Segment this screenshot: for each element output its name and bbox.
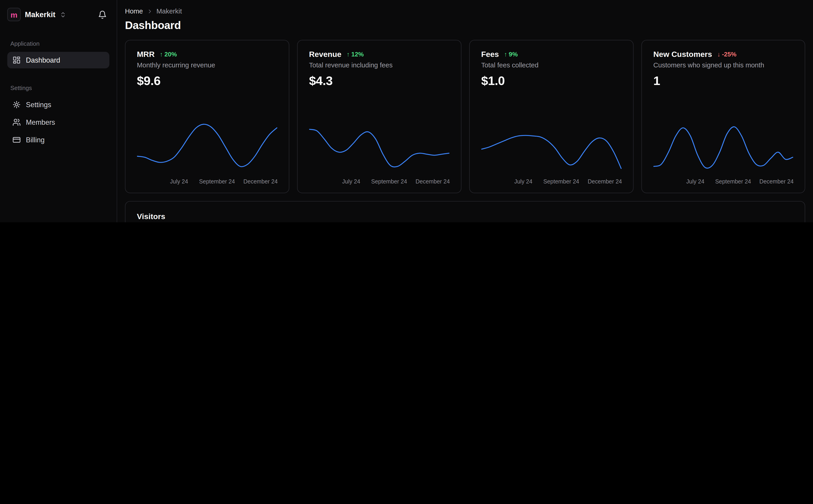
x-axis: July 24 September 24 December 24 [137,178,278,186]
section-label-settings: Settings [10,85,106,91]
x-tick: December 24 [243,178,278,184]
trend-badge: ↑ 12% [347,50,364,58]
sidebar-item-billing[interactable]: Billing [7,132,109,148]
x-tick: December 24 [588,178,622,184]
trend-value: 9% [509,50,518,58]
section-label-application: Application [10,40,106,47]
app-root: m Makerkit Application Dashboard Setting… [0,0,813,222]
trend-value: 20% [164,50,177,58]
x-tick: September 24 [199,178,235,184]
visitors-card: Visitors Showing total visitors for the … [125,201,805,222]
trend-up-icon: ↑ [160,50,163,58]
main-content: Home Makerkit Dashboard MRR ↑ 20% Monthl… [117,0,813,222]
breadcrumb: Home Makerkit [125,7,805,15]
x-tick: September 24 [715,178,751,184]
stat-subtitle: Monthly recurring revenue [137,61,278,69]
trend-value: 12% [351,50,364,58]
x-tick: September 24 [543,178,579,184]
fees-sparkline-chart [481,118,622,176]
trend-badge: ↓ -25% [717,50,736,58]
stat-value: $9.6 [137,74,278,88]
trend-value: -25% [722,50,737,58]
trend-badge: ↑ 20% [160,50,177,58]
sidebar-item-label: Members [26,118,55,126]
bell-icon [98,10,106,19]
x-axis: July 24 September 24 December 24 [654,178,793,186]
revenue-sparkline-chart [309,118,449,176]
chevron-right-icon [146,8,153,14]
sidebar: m Makerkit Application Dashboard Setting… [0,0,117,222]
notifications-button[interactable] [95,7,109,22]
x-tick: July 24 [342,178,360,184]
breadcrumb-current: Makerkit [156,7,182,15]
stat-subtitle: Total fees collected [481,61,622,69]
sidebar-item-label: Dashboard [26,56,60,64]
stat-value: 1 [654,74,793,88]
visitors-title: Visitors [137,212,793,221]
makerkit-logo: m [7,8,21,21]
stat-subtitle: Total revenue including fees [309,61,449,69]
x-axis: July 24 September 24 December 24 [309,178,449,186]
workspace-switcher[interactable]: m Makerkit [7,7,109,22]
stat-card-new-customers: New Customers ↓ -25% Customers who signe… [642,40,805,193]
mrr-sparkline-chart [137,118,278,176]
chevrons-up-down-icon [59,11,66,18]
stat-title: MRR [137,50,154,59]
sidebar-item-settings[interactable]: Settings [7,96,109,113]
stat-value: $1.0 [481,74,622,88]
x-tick: July 24 [686,178,704,184]
x-tick: September 24 [371,178,407,184]
x-tick: July 24 [514,178,532,184]
x-tick: December 24 [416,178,450,184]
x-tick: December 24 [759,178,794,184]
stat-cards-row: MRR ↑ 20% Monthly recurring revenue $9.6… [125,40,805,193]
new-customers-sparkline-chart [654,118,793,176]
stat-title: Fees [481,50,499,59]
sidebar-item-members[interactable]: Members [7,114,109,131]
stat-subtitle: Customers who signed up this month [654,61,793,69]
stat-title: New Customers [654,50,712,59]
credit-card-icon [12,136,21,144]
trend-up-icon: ↑ [504,50,507,58]
x-axis: July 24 September 24 December 24 [481,178,622,186]
sidebar-item-label: Settings [26,101,51,109]
trend-badge: ↑ 9% [504,50,518,58]
stat-card-mrr: MRR ↑ 20% Monthly recurring revenue $9.6… [125,40,289,193]
gear-icon [12,101,21,109]
x-tick: July 24 [170,178,188,184]
page-title: Dashboard [125,19,805,32]
workspace-name: Makerkit [25,10,55,19]
stat-value: $4.3 [309,74,449,88]
breadcrumb-home-link[interactable]: Home [125,7,143,15]
dashboard-icon [12,56,21,64]
stat-card-revenue: Revenue ↑ 12% Total revenue including fe… [297,40,461,193]
sidebar-item-label: Billing [26,136,45,144]
trend-up-icon: ↑ [347,50,350,58]
trend-down-icon: ↓ [717,50,720,58]
users-icon [12,118,21,126]
stat-title: Revenue [309,50,341,59]
stat-card-fees: Fees ↑ 9% Total fees collected $1.0 July… [469,40,634,193]
sidebar-item-dashboard[interactable]: Dashboard [7,52,109,69]
